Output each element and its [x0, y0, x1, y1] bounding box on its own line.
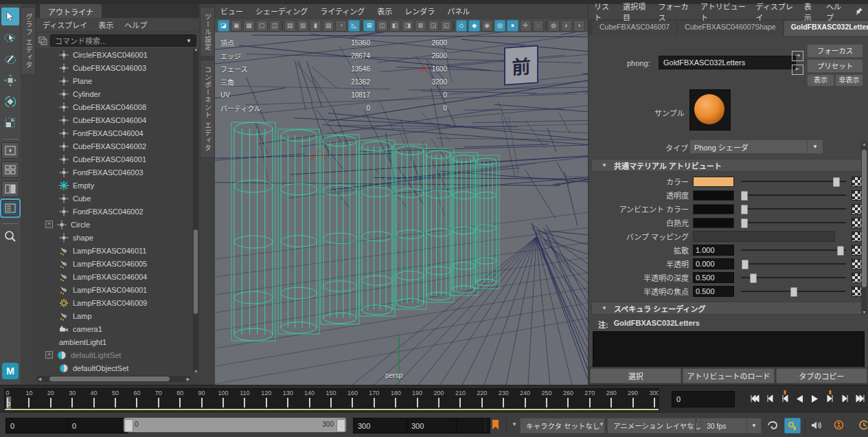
outliner-horizontal-scrollbar[interactable]: ◀ ▶: [37, 376, 191, 382]
create-map-button[interactable]: [852, 218, 862, 228]
expand-toggle[interactable]: +: [45, 351, 53, 359]
range-end-handle[interactable]: [336, 419, 345, 432]
go-to-start-button[interactable]: [747, 390, 762, 407]
attribute-editor-scrollbar[interactable]: ▲ ▼: [861, 142, 867, 315]
list-item[interactable]: + LampFBXASC046001: [37, 283, 192, 296]
focus-button[interactable]: フォーカス: [807, 44, 863, 58]
menu-item[interactable]: 表示: [804, 1, 817, 23]
scrollbar-thumb[interactable]: [49, 377, 170, 381]
list-item[interactable]: + defaultObjectSet: [37, 361, 192, 374]
node-tab[interactable]: CubeFBXASC046007: [593, 21, 676, 36]
color-swatch[interactable]: [693, 190, 734, 201]
list-item[interactable]: + CubeFBXASC046002: [37, 139, 192, 153]
slider-handle[interactable]: [741, 218, 748, 228]
value-field[interactable]: 0.000: [693, 258, 734, 269]
list-item[interactable]: + CubeFBXASC046003: [37, 61, 192, 74]
clock-icon-partial[interactable]: [854, 418, 868, 432]
auto-keyframe-icon[interactable]: [784, 418, 801, 434]
step-forward-frame-button[interactable]: [838, 390, 852, 407]
range-slider[interactable]: 0 300: [124, 418, 346, 432]
grease-pencil-icon[interactable]: ◺: [348, 20, 360, 32]
lasso-select-tool[interactable]: [1, 29, 19, 47]
zoom-tool[interactable]: [1, 227, 19, 245]
animation-start-field[interactable]: 0: [5, 418, 70, 434]
collapse-arrow-icon[interactable]: ▼: [602, 305, 607, 311]
list-item[interactable]: + Cube: [37, 192, 192, 205]
four-pane-icon[interactable]: ⊞: [363, 20, 375, 32]
list-item[interactable]: + Cylinder: [37, 87, 192, 100]
isolate-select-icon[interactable]: ◪: [218, 20, 229, 32]
viewport-toolbar-icon[interactable]: [282, 21, 283, 30]
node-tab[interactable]: CubeFBXASC046007Shape: [678, 21, 783, 36]
shadows-icon[interactable]: ●: [507, 20, 518, 32]
menu-item[interactable]: パネル: [447, 5, 470, 16]
scroll-up-icon[interactable]: ▲: [862, 142, 867, 146]
chevron-down-icon[interactable]: ▼: [599, 421, 604, 427]
tab-outliner[interactable]: アウトライナ: [40, 4, 102, 18]
color-swatch[interactable]: [693, 177, 734, 187]
paint-select-tool[interactable]: [1, 50, 19, 68]
menu-item[interactable]: 表示: [98, 19, 113, 30]
pane-left-icon[interactable]: ◧: [389, 20, 401, 32]
attribute-slider[interactable]: [741, 177, 846, 186]
list-item[interactable]: + CubeFBXASC046001: [37, 153, 192, 166]
bookmark-icon[interactable]: ▮: [310, 20, 321, 32]
menu-item[interactable]: ヘルプ: [826, 1, 846, 23]
output-connection-icon[interactable]: ⇥: [792, 51, 803, 61]
list-item[interactable]: + FontFBXASC046004: [37, 126, 192, 139]
step-back-frame-button[interactable]: [762, 390, 777, 407]
current-frame-field[interactable]: 0: [672, 391, 735, 407]
chevron-down-icon[interactable]: ▼: [186, 38, 192, 44]
list-item[interactable]: + shape: [37, 231, 192, 244]
footer-button[interactable]: 選択: [590, 368, 681, 383]
menu-item[interactable]: ヘルプ: [124, 19, 147, 30]
uv-editor-pane-icon[interactable]: ◱: [440, 20, 452, 32]
image-plane-icon[interactable]: ▣: [231, 20, 242, 32]
attribute-slider[interactable]: [741, 218, 846, 227]
chevron-down-icon[interactable]: ▼: [746, 418, 762, 434]
create-map-button[interactable]: [852, 245, 862, 256]
animation-end-field[interactable]: 300: [407, 418, 460, 434]
image-plane-attr-icon[interactable]: ▧: [323, 20, 334, 32]
viewport-toolbar-icon[interactable]: [545, 21, 547, 30]
tab-graph-editor[interactable]: グラフ エディタ: [21, 7, 36, 75]
section-common-material[interactable]: ▼ 共通マテリアル アトリビュート: [591, 159, 866, 172]
slider-handle[interactable]: [741, 205, 748, 214]
screen-ao-icon[interactable]: ✛: [520, 20, 532, 32]
menu-item[interactable]: シェーディング: [255, 5, 308, 16]
step-forward-key-button[interactable]: [823, 390, 837, 407]
search-input[interactable]: コマンド検索... ▼: [50, 34, 196, 47]
list-item[interactable]: + FontFBXASC046002: [37, 205, 192, 218]
render-view-pane-icon[interactable]: ◲: [428, 20, 439, 32]
viewport-toolbar-icon[interactable]: [453, 21, 455, 30]
motion-blur-icon[interactable]: ◌: [533, 20, 545, 32]
menu-item[interactable]: ディスプレイ: [43, 19, 87, 30]
color-swatch[interactable]: [693, 204, 734, 214]
textured-mode-icon[interactable]: ◉: [481, 20, 493, 32]
viewport-canvas[interactable]: 頂点 15360 2600 エッジ 28674 2600 フェース 13546 …: [215, 32, 588, 385]
material-sample-swatch[interactable]: [689, 89, 731, 131]
value-field[interactable]: 0.500: [693, 286, 734, 297]
scroll-up-icon[interactable]: ▲: [194, 47, 198, 52]
outliner-pane-layout-button[interactable]: [1, 200, 19, 216]
scroll-left-icon[interactable]: ◀: [38, 377, 41, 382]
menu-item[interactable]: レンダラ: [404, 5, 435, 16]
slider-handle[interactable]: [742, 260, 749, 269]
scroll-down-icon[interactable]: ▼: [862, 310, 867, 315]
hide-button[interactable]: 非表示: [835, 74, 863, 87]
shaded-mode-icon[interactable]: ◆: [468, 20, 480, 32]
create-map-button[interactable]: [852, 190, 862, 201]
menu-item[interactable]: アトリビュート: [700, 1, 747, 23]
show-button[interactable]: 表示: [807, 74, 834, 87]
menu-item[interactable]: ビュー: [220, 5, 243, 16]
list-item[interactable]: + FontFBXASC046003: [37, 166, 192, 179]
select-camera-icon[interactable]: ▤: [284, 20, 296, 32]
playback-start-field[interactable]: 0: [67, 418, 128, 434]
attribute-slider[interactable]: [741, 273, 846, 282]
tab-tool-settings[interactable]: ツール設定: [200, 7, 215, 57]
four-pane-layout-button[interactable]: [1, 161, 19, 178]
character-set-select[interactable]: キャラクタ セットなし: [520, 418, 605, 434]
color-swatch[interactable]: [693, 218, 734, 228]
create-map-button[interactable]: [852, 287, 862, 297]
range-start-handle[interactable]: [124, 419, 133, 432]
